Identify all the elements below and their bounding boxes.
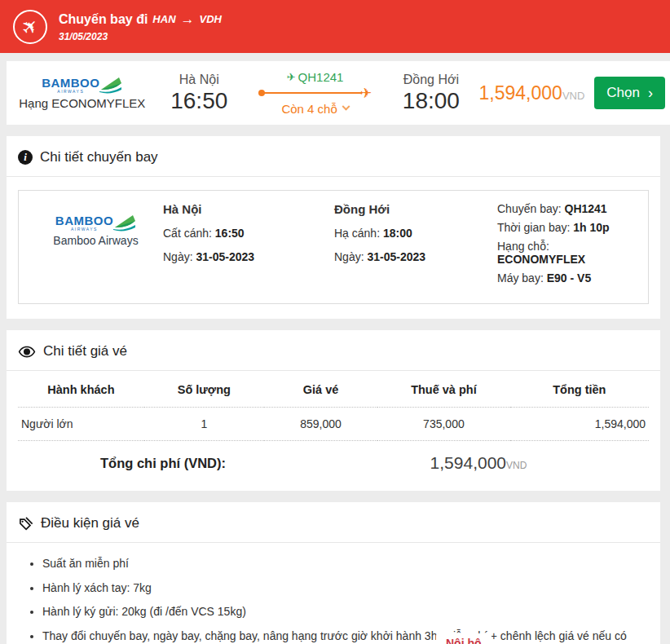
table-row: Người lớn 1 859,000 735,000 1,594,000 xyxy=(18,408,649,441)
bamboo-airways-logo: BAMBOO AIRWAYS xyxy=(42,76,122,94)
flight-header: ✈ Chuyến bay đi HAN → VDH 31/05/2023 xyxy=(0,0,670,53)
bamboo-logo-sub: AIRWAYS xyxy=(71,227,98,232)
cell-passenger: Người lớn xyxy=(18,408,144,441)
header-date: 31/05/2023 xyxy=(59,31,222,42)
total-cost-value: 1,594,000VND xyxy=(308,453,649,473)
detail-arrive-column: Đồng Hới Hạ cánh: 18:00 Ngày: 31-05-2023 xyxy=(334,202,497,290)
chevron-right-icon: › xyxy=(648,86,653,100)
plane-icon: ✈ xyxy=(17,14,42,39)
chevron-down-icon xyxy=(342,102,350,110)
origin-code: HAN xyxy=(152,13,175,25)
meta-value: ECONOMYFLEX xyxy=(497,253,585,266)
total-cost-row: Tổng chi phí (VND): 1,594,000VND xyxy=(18,441,649,476)
arrival-block: Đồng Hới 18:00 xyxy=(383,73,478,114)
arrive-date-label: Ngày: xyxy=(334,250,364,263)
fare-conditions-title-label: Điều kiện giá vé xyxy=(41,515,139,532)
airline-block: BAMBOO AIRWAYS Hạng ECONOMYFLEX xyxy=(13,76,152,110)
depart-date-label: Ngày: xyxy=(163,250,193,263)
meta-aircraft: Máy bay: E90 - V5 xyxy=(497,271,638,285)
small-plane-icon: ✈ xyxy=(287,71,296,83)
departure-city: Hà Nội xyxy=(152,73,247,87)
col-total: Tổng tiền xyxy=(510,373,649,408)
divider xyxy=(7,176,660,177)
select-flight-label: Chọn xyxy=(606,85,640,101)
cell-total: 1,594,000 xyxy=(510,408,649,441)
internal-tab[interactable]: Nội bộ xyxy=(436,633,491,644)
flight-number: ✈ QH1241 xyxy=(258,70,372,84)
arrival-city: Đồng Hới xyxy=(383,73,478,87)
col-taxes: Thuế và phí xyxy=(377,373,510,408)
price-detail-title: Chi tiết giá vé xyxy=(18,343,649,359)
total-currency: VND xyxy=(506,460,527,471)
price-currency: VND xyxy=(562,90,584,102)
arrive-time-value: 18:00 xyxy=(383,227,412,240)
tags-icon xyxy=(18,517,33,531)
fare-class-label: Hạng ECONOMYFLEX xyxy=(13,96,152,110)
bamboo-logo-name: BAMBOO xyxy=(55,214,113,227)
list-item: Thay đổi chuyến bay, ngày bay, chặng bay… xyxy=(42,628,649,644)
meta-class: Hạng chỗ: ECONOMYFLEX xyxy=(497,240,638,266)
price-table: Hành khách Số lượng Giá vé Thuế và phí T… xyxy=(18,373,649,441)
info-icon: i xyxy=(18,150,33,165)
detail-depart-date: Ngày: 31-05-2023 xyxy=(163,250,334,263)
bamboo-logo-sub: AIRWAYS xyxy=(57,90,84,94)
plane-circle-icon: ✈ xyxy=(13,10,47,44)
seats-left-dropdown[interactable]: Còn 4 chỗ xyxy=(281,102,348,116)
airline-name-label: Bamboo Airways xyxy=(29,234,163,247)
bamboo-logo-words: BAMBOO AIRWAYS xyxy=(55,214,113,232)
detail-depart-time: Cất cánh: 16:50 xyxy=(163,227,334,240)
detail-depart-column: Hà Nội Cất cánh: 16:50 Ngày: 31-05-2023 xyxy=(163,202,334,290)
route-bar xyxy=(263,92,362,94)
detail-depart-city: Hà Nội xyxy=(163,202,334,216)
meta-flight-number: Chuyến bay: QH1241 xyxy=(497,202,638,215)
fare-conditions-card: Điều kiện giá vé Suất ăn miễn phí Hành l… xyxy=(7,502,660,644)
header-title-prefix: Chuyến bay đi xyxy=(59,12,148,27)
price-detail-card: Chi tiết giá vé Hành khách Số lượng Giá … xyxy=(7,330,660,491)
divider xyxy=(7,370,660,371)
detail-arrive-date: Ngày: 31-05-2023 xyxy=(334,250,497,263)
meta-value: E90 - V5 xyxy=(547,271,591,285)
meta-value: QH1241 xyxy=(565,202,607,215)
depart-time-value: 16:50 xyxy=(215,227,245,240)
divider xyxy=(7,542,660,543)
flight-detail-title-label: Chi tiết chuyến bay xyxy=(40,149,158,165)
meta-duration: Thời gian bay: 1h 10p xyxy=(497,221,638,234)
detail-arrive-time: Hạ cánh: 18:00 xyxy=(334,227,497,240)
meta-label: Hạng chỗ: xyxy=(497,240,549,253)
bamboo-leaf-icon xyxy=(113,214,136,232)
meta-label: Máy bay: xyxy=(497,271,544,285)
bamboo-logo-words: BAMBOO AIRWAYS xyxy=(42,77,99,94)
eye-icon xyxy=(18,346,36,358)
departure-time: 16:50 xyxy=(152,88,247,114)
detail-meta-column: Chuyến bay: QH1241 Thời gian bay: 1h 10p… xyxy=(497,202,638,290)
cell-quantity: 1 xyxy=(144,408,264,441)
route-plane-icon: ✈ xyxy=(360,86,372,100)
col-quantity: Số lượng xyxy=(144,373,264,408)
route-line: ✈ xyxy=(258,86,372,100)
price-block: 1,594,000VND xyxy=(479,82,595,104)
fare-conditions-list: Suất ăn miễn phí Hành lý xách tay: 7kg H… xyxy=(18,555,649,644)
total-amount: 1,594,000 xyxy=(430,453,506,472)
bamboo-logo-name: BAMBOO xyxy=(42,77,99,89)
total-cost-label: Tổng chi phí (VND): xyxy=(18,456,308,471)
bamboo-airways-logo: BAMBOO AIRWAYS xyxy=(55,214,136,232)
depart-date-value: 31-05-2023 xyxy=(196,250,254,263)
departure-block: Hà Nội 16:50 xyxy=(152,73,247,114)
meta-label: Thời gian bay: xyxy=(497,221,570,234)
flight-detail-card: i Chi tiết chuyến bay BAMBOO AIRWAYS Bam… xyxy=(7,136,660,319)
list-item: Hành lý xách tay: 7kg xyxy=(42,580,649,598)
flight-summary-row: BAMBOO AIRWAYS Hạng ECONOMYFLEX Hà Nội 1… xyxy=(7,61,670,125)
list-item: Hành lý ký gửi: 20kg (đi /đến VCS 15kg) xyxy=(42,603,649,621)
price-detail-title-label: Chi tiết giá vé xyxy=(43,343,127,359)
list-item: Suất ăn miễn phí xyxy=(42,555,649,573)
arrival-time: 18:00 xyxy=(383,88,478,114)
cell-taxes: 735,000 xyxy=(377,408,510,441)
cell-fare: 859,000 xyxy=(264,408,377,441)
select-flight-button[interactable]: Chọn › xyxy=(594,77,665,109)
col-fare: Giá vé xyxy=(264,373,377,408)
flight-detail-box: BAMBOO AIRWAYS Bamboo Airways Hà Nội Cất… xyxy=(18,190,649,304)
meta-label: Chuyến bay: xyxy=(497,202,562,215)
flight-detail-title: i Chi tiết chuyến bay xyxy=(18,149,649,165)
header-title: Chuyến bay đi HAN → VDH xyxy=(59,11,222,28)
meta-value: 1h 10p xyxy=(573,221,609,234)
